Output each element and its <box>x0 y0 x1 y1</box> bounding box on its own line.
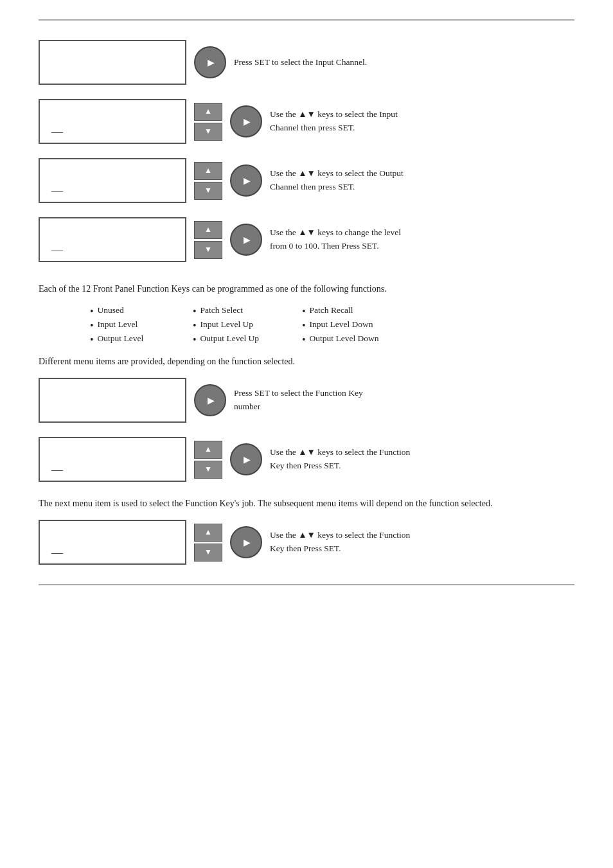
bullet-patch-recall: • Patch Recall <box>302 305 431 317</box>
desc-3: Use the ▲▼ keys to select the Output Cha… <box>270 167 411 194</box>
set-button-3[interactable] <box>230 164 262 197</box>
page: Press SET to select the Input Channel. —… <box>0 0 613 868</box>
bullet-dot-output-level-up: • <box>193 335 197 345</box>
updown-group-s3-1: ▲ ▼ <box>194 524 222 562</box>
diagram-row-s2-1: Press SET to select the Function Key num… <box>39 378 574 423</box>
section2-note: Different menu items are provided, depen… <box>39 354 574 369</box>
desc-s2-2: Use the ▲▼ keys to select the Function K… <box>270 446 411 473</box>
up-button-4[interactable]: ▲ <box>194 221 222 239</box>
bullet-patch-select: • Patch Select <box>193 305 302 317</box>
bullet-input-level: • Input Level <box>90 319 193 331</box>
diagram-row-s2-2: — ▲ ▼ Use the ▲▼ keys to select the Func… <box>39 437 574 482</box>
down-button-2[interactable]: ▼ <box>194 123 222 141</box>
set-button-4[interactable] <box>230 224 262 256</box>
desc-2: Use the ▲▼ keys to select the Input Chan… <box>270 108 411 135</box>
lcd-display-1 <box>39 40 186 85</box>
bullet-dot-output-level: • <box>90 335 94 345</box>
bullet-label-output-level: Output Level <box>98 333 144 344</box>
bullet-output-level-down: • Output Level Down <box>302 333 431 345</box>
bullet-label-output-level-up: Output Level Up <box>200 333 259 344</box>
bullet-label-unused: Unused <box>98 305 124 315</box>
desc-s3-1: Use the ▲▼ keys to select the Function K… <box>270 529 411 556</box>
lcd-display-3: — <box>39 158 186 203</box>
bullet-label-output-level-down: Output Level Down <box>310 333 379 344</box>
bullet-input-level-down: • Input Level Down <box>302 319 431 331</box>
lcd-dash-s2-2: — <box>51 464 63 475</box>
diagram-row-1: Press SET to select the Input Channel. <box>39 40 574 85</box>
section2-intro: Each of the 12 Front Panel Function Keys… <box>39 281 574 296</box>
bullet-dot-patch-select: • <box>193 306 197 317</box>
bullet-dot-input-level-down: • <box>302 321 306 331</box>
set-button-s3-1[interactable] <box>230 526 262 558</box>
down-button-3[interactable]: ▼ <box>194 182 222 200</box>
bullet-dot-unused: • <box>90 306 94 317</box>
diagram-row-s3-1: — ▲ ▼ Use the ▲▼ keys to select the Func… <box>39 520 574 565</box>
desc-s2-1: Press SET to select the Function Key num… <box>234 387 375 414</box>
bullet-dot-input-level-up: • <box>193 321 197 331</box>
bullet-list: • Unused • Patch Select • Patch Recall •… <box>90 305 574 345</box>
bullet-output-level-up: • Output Level Up <box>193 333 302 345</box>
lcd-display-s3-1: — <box>39 520 186 565</box>
updown-group-s2-2: ▲ ▼ <box>194 441 222 479</box>
bullet-dot-patch-recall: • <box>302 306 306 317</box>
bullet-unused: • Unused <box>90 305 193 317</box>
lcd-display-s2-2: — <box>39 437 186 482</box>
bullet-input-level-up: • Input Level Up <box>193 319 302 331</box>
section3-text: The next menu item is used to select the… <box>39 496 574 511</box>
up-button-s3-1[interactable]: ▲ <box>194 524 222 542</box>
bullet-label-patch-recall: Patch Recall <box>310 305 353 315</box>
up-button-2[interactable]: ▲ <box>194 103 222 121</box>
diagram-row-4: — ▲ ▼ Use the ▲▼ keys to change the leve… <box>39 217 574 262</box>
bullet-label-input-level-up: Input Level Up <box>200 319 253 330</box>
lcd-display-2: — <box>39 99 186 144</box>
desc-4: Use the ▲▼ keys to change the level from… <box>270 226 411 253</box>
section1-diagrams: Press SET to select the Input Channel. —… <box>39 40 574 262</box>
lcd-dash-2: — <box>51 126 63 137</box>
bottom-rule <box>39 584 574 585</box>
updown-group-3: ▲ ▼ <box>194 162 222 200</box>
bullet-dot-input-level: • <box>90 321 94 331</box>
set-button-2[interactable] <box>230 105 262 137</box>
lcd-dash-3: — <box>51 185 63 197</box>
diagram-row-2: — ▲ ▼ Use the ▲▼ keys to select the Inpu… <box>39 99 574 144</box>
updown-group-2: ▲ ▼ <box>194 103 222 141</box>
up-button-s2-2[interactable]: ▲ <box>194 441 222 459</box>
lcd-dash-s3-1: — <box>51 547 63 558</box>
bullet-output-level: • Output Level <box>90 333 193 345</box>
bullet-label-patch-select: Patch Select <box>200 305 243 315</box>
diagram-row-3: — ▲ ▼ Use the ▲▼ keys to select the Outp… <box>39 158 574 203</box>
top-rule <box>39 19 574 21</box>
bullet-label-input-level: Input Level <box>98 319 138 330</box>
bullet-label-input-level-down: Input Level Down <box>310 319 373 330</box>
lcd-display-s2-1 <box>39 378 186 423</box>
set-button-s2-2[interactable] <box>230 443 262 475</box>
down-button-4[interactable]: ▼ <box>194 241 222 259</box>
desc-1: Press SET to select the Input Channel. <box>234 56 367 69</box>
set-button-s2-1[interactable] <box>194 384 226 416</box>
down-button-s3-1[interactable]: ▼ <box>194 544 222 562</box>
lcd-display-4: — <box>39 217 186 262</box>
lcd-dash-4: — <box>51 244 63 256</box>
down-button-s2-2[interactable]: ▼ <box>194 461 222 479</box>
section2-diagrams: Press SET to select the Function Key num… <box>39 378 574 482</box>
set-button-1[interactable] <box>194 46 226 78</box>
updown-group-4: ▲ ▼ <box>194 221 222 259</box>
bullet-dot-output-level-down: • <box>302 335 306 345</box>
up-button-3[interactable]: ▲ <box>194 162 222 180</box>
